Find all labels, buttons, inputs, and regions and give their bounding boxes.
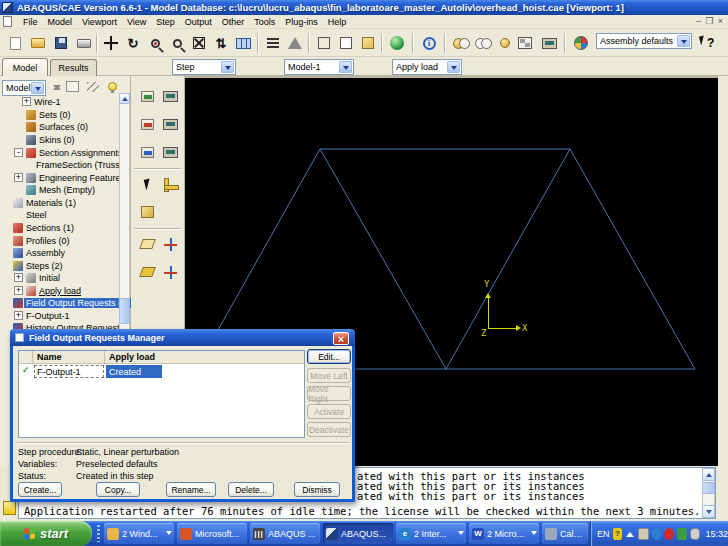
expander-icon[interactable]: + <box>14 311 23 320</box>
auto-fit-icon[interactable] <box>188 32 210 54</box>
mdi-minimize-icon[interactable]: – <box>694 16 703 26</box>
move-right-button[interactable]: Move Right <box>307 386 351 401</box>
color-code-palette-icon[interactable] <box>570 32 592 54</box>
message-scrollbar-thumb[interactable] <box>702 482 715 494</box>
wireframe-render-icon[interactable] <box>313 32 335 54</box>
menu-file[interactable]: File <box>18 16 43 28</box>
tree-item-sections[interactable]: Sections (1) <box>0 222 119 234</box>
security-alert-tray-icon[interactable] <box>664 528 674 540</box>
language-indicator[interactable]: EN <box>597 529 610 539</box>
model-combobox[interactable]: Model-1 <box>284 59 354 75</box>
step-combobox[interactable]: Apply load <box>392 59 462 75</box>
datum-csys-icon[interactable] <box>160 262 181 282</box>
step-manager-icon[interactable] <box>160 86 181 106</box>
chevron-down-icon[interactable] <box>677 35 690 47</box>
tab-results[interactable]: Results <box>50 59 97 76</box>
help-tray-icon[interactable]: ? <box>613 528 623 540</box>
expander-icon[interactable]: + <box>22 97 31 106</box>
taskbar-item-abaqus-cae[interactable]: ABAQUS... <box>323 523 393 544</box>
tree-scrollbar-thumb[interactable] <box>119 298 130 324</box>
expander-icon[interactable]: - <box>14 148 23 157</box>
tree-item-surfaces[interactable]: Surfaces (0) <box>0 121 119 133</box>
query-cone-icon[interactable] <box>284 32 306 54</box>
tree-item-initial[interactable]: +Initial <box>0 272 119 284</box>
copy-button[interactable]: Copy... <box>96 482 140 497</box>
mdi-close-icon[interactable]: × <box>716 16 725 26</box>
create-history-output-icon[interactable] <box>137 142 158 162</box>
hidden-line-render-icon[interactable] <box>335 32 357 54</box>
start-button[interactable]: start <box>0 521 92 546</box>
layout-icon[interactable] <box>514 32 536 54</box>
query-list-icon[interactable] <box>262 32 284 54</box>
tree-item-framesection[interactable]: FrameSection (Truss) <box>0 159 119 171</box>
step-column-header[interactable]: Apply load <box>105 351 304 364</box>
display-group-both-icon[interactable] <box>450 32 472 54</box>
menu-plugins[interactable]: Plug-ins <box>280 16 323 28</box>
tree-item-skins[interactable]: Skins (0) <box>0 134 119 146</box>
display-group-outline-icon[interactable] <box>472 32 494 54</box>
expander-icon[interactable]: + <box>14 173 23 182</box>
new-file-icon[interactable] <box>4 32 26 54</box>
lightbulb-icon[interactable] <box>106 80 119 93</box>
mouse-tray-icon[interactable] <box>690 528 700 540</box>
graphics-tray-icon[interactable] <box>677 528 687 540</box>
create-field-output-icon[interactable] <box>137 114 158 134</box>
tree-item-wire[interactable]: +Wire-1 <box>0 96 119 108</box>
shaded-render-icon[interactable] <box>357 32 379 54</box>
create-button[interactable]: Create... <box>18 482 62 497</box>
menu-model[interactable]: Model <box>43 16 78 28</box>
menu-viewport[interactable]: Viewport <box>77 16 122 28</box>
chevron-down-icon[interactable] <box>221 61 234 73</box>
scroll-down-icon[interactable] <box>702 505 715 518</box>
tree-item-f-output-1[interactable]: +F-Output-1 <box>0 310 119 322</box>
tree-spinner-icon[interactable] <box>50 80 63 93</box>
tree-collapse-icon[interactable] <box>66 80 79 93</box>
taskbar-item-windows[interactable]: 2 Wind... <box>104 523 174 544</box>
menu-output[interactable]: Output <box>180 16 217 28</box>
chevron-down-icon[interactable] <box>339 61 352 73</box>
tools-box-icon[interactable] <box>137 202 158 222</box>
move-left-button[interactable]: Move Left <box>307 368 351 383</box>
monitor-icon[interactable] <box>538 32 560 54</box>
activate-button[interactable]: Activate <box>307 404 351 419</box>
context-help-icon[interactable] <box>697 32 719 54</box>
zoom-box-icon[interactable] <box>166 32 188 54</box>
tree-item-section-assignments[interactable]: -Section Assignments <box>0 147 119 159</box>
menu-view[interactable]: View <box>122 16 151 28</box>
chevron-down-icon[interactable] <box>31 82 44 94</box>
tree-item-sets[interactable]: Sets (0) <box>0 109 119 121</box>
request-status-cell[interactable]: Created <box>106 365 162 378</box>
menu-step[interactable]: Step <box>151 16 180 28</box>
cycle-views-icon[interactable] <box>210 32 232 54</box>
query-info-icon[interactable] <box>418 32 440 54</box>
menu-tools[interactable]: Tools <box>249 16 280 28</box>
perspective-icon[interactable] <box>386 32 408 54</box>
query-cursor-icon[interactable] <box>137 174 158 194</box>
tree-item-mesh[interactable]: Mesh (Empty) <box>0 184 119 196</box>
pan-icon[interactable] <box>100 32 122 54</box>
tree-item-field-output-requests[interactable]: Field Output Requests (1) <box>0 297 119 309</box>
tab-model[interactable]: Model <box>2 58 48 76</box>
field-output-manager-icon[interactable] <box>160 114 181 134</box>
hide-icons-chevron-icon[interactable] <box>625 528 635 540</box>
expander-icon[interactable]: + <box>14 273 23 282</box>
edit-button[interactable]: Edit... <box>307 349 351 364</box>
tree-item-steps[interactable]: Steps (2) <box>0 260 119 272</box>
request-name-cell[interactable]: F-Output-1 <box>34 365 104 378</box>
datum-plane-icon[interactable] <box>137 234 158 254</box>
tree-link-icon[interactable] <box>86 80 99 93</box>
taskbar-item-internet-explorer[interactable]: e2 Inter... <box>396 523 466 544</box>
dialog-title-bar[interactable]: Field Output Requests Manager <box>10 329 355 346</box>
output-requests-table[interactable]: Name Apply load ✓ F-Output-1 Created <box>18 350 305 438</box>
expander-icon[interactable]: + <box>14 286 23 295</box>
datum-plane-fill-icon[interactable] <box>137 262 158 282</box>
taskbar-item-abaqus-command[interactable]: |||ABAQUS ... <box>250 523 320 544</box>
tree-item-steel[interactable]: Steel <box>0 209 119 221</box>
taskbar-item-word[interactable]: W2 Micro... <box>469 523 539 544</box>
create-step-icon[interactable] <box>137 86 158 106</box>
dialog-close-icon[interactable] <box>333 332 349 345</box>
datum-axis-icon[interactable] <box>160 234 181 254</box>
color-code-combobox[interactable]: Assembly defaults <box>596 33 692 49</box>
menu-help[interactable]: Help <box>323 16 352 28</box>
reference-point-icon[interactable] <box>160 174 181 194</box>
